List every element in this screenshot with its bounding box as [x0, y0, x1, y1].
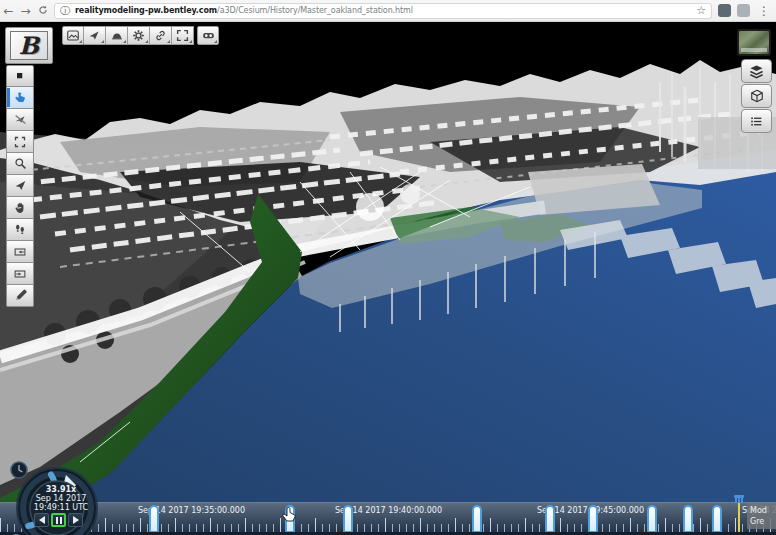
- application-window: ← → ⓘ realitymodeling-pw.bentley.com/a3D…: [0, 0, 776, 535]
- timeline-marker-pin[interactable]: [545, 505, 555, 533]
- walk-tool-button[interactable]: [6, 219, 34, 241]
- expand-view-tool-button[interactable]: [6, 131, 34, 153]
- timeline-marker-pin[interactable]: [149, 505, 159, 533]
- touch-select-tool-button[interactable]: [6, 87, 34, 109]
- left-tool-palette: [6, 65, 34, 307]
- animation-widget: 33.91x Sep 14 2017 19:49:11 UTC: [5, 452, 117, 535]
- timeline-marker-pin[interactable]: [712, 505, 722, 533]
- playback-controls: [34, 513, 83, 527]
- gear-icon: [132, 29, 145, 42]
- plane-slash-icon: [14, 113, 27, 126]
- cesium-viewport[interactable]: B: [0, 22, 776, 535]
- bentley-logo-letter: B: [19, 34, 39, 58]
- play-reverse-button[interactable]: [34, 513, 49, 527]
- slide-out-tool-button[interactable]: [6, 263, 34, 285]
- vr-goggles-icon: [201, 29, 216, 42]
- play-reverse-icon: [39, 516, 45, 524]
- timeline-needle[interactable]: [738, 503, 740, 533]
- address-bar[interactable]: ⓘ realitymodeling-pw.bentley.com/a3D/Ces…: [54, 3, 712, 19]
- expand-corners-icon: [14, 136, 26, 148]
- clipped-overlay: Mod Gre: [747, 503, 776, 529]
- clipped-overlay-line1: Mod: [750, 505, 776, 516]
- timeline-marker-pin[interactable]: [647, 505, 657, 533]
- slide-in-tool-button[interactable]: [6, 241, 34, 263]
- bentley-logo-button[interactable]: B: [5, 27, 53, 64]
- vr-mode-button[interactable]: [197, 26, 219, 45]
- fullscreen-button[interactable]: [172, 26, 194, 45]
- scene-mode-button[interactable]: [741, 84, 772, 108]
- pause-icon: [56, 517, 62, 524]
- orient-view-button[interactable]: [84, 26, 106, 45]
- timeline-marker-pin[interactable]: [683, 505, 693, 533]
- layers-icon: [749, 64, 764, 79]
- timeline-marker-pin[interactable]: [472, 505, 482, 533]
- extension-icon-2[interactable]: [737, 4, 750, 17]
- layers-button[interactable]: [741, 59, 772, 83]
- paper-plane-icon: [14, 179, 27, 192]
- imagery-capture-button[interactable]: [62, 26, 84, 45]
- right-button-stack: [741, 59, 772, 134]
- page-url: realitymodeling-pw.bentley.com/a3D/Cesiu…: [75, 6, 413, 15]
- share-link-button[interactable]: [150, 26, 172, 45]
- bentley-logo: B: [10, 31, 48, 60]
- link-icon: [154, 29, 167, 42]
- reload-icon[interactable]: [34, 0, 51, 22]
- timeline-marker-pin[interactable]: [588, 505, 598, 533]
- play-forward-button[interactable]: [68, 513, 83, 527]
- url-path: /a3D/Cesium/History/Master_oakland_stati…: [217, 6, 413, 15]
- timeline-marker-pin[interactable]: [343, 505, 353, 533]
- pause-button[interactable]: [51, 513, 66, 527]
- timeline-marker-pin[interactable]: [285, 505, 295, 533]
- play-forward-icon: [73, 516, 79, 524]
- browser-toolbar: ← → ⓘ realitymodeling-pw.bentley.com/a3D…: [0, 0, 776, 22]
- zoom-area-tool-button[interactable]: [6, 153, 34, 175]
- record-tool-button[interactable]: [6, 65, 34, 87]
- record-square-icon: [14, 70, 26, 82]
- settings-button[interactable]: [128, 26, 150, 45]
- panel-arrow-left-icon: [13, 246, 27, 258]
- list-icon: [749, 115, 764, 128]
- cube-icon: [750, 89, 764, 103]
- fly-tool-button[interactable]: [6, 109, 34, 131]
- url-domain: realitymodeling-pw.bentley.com: [75, 6, 217, 15]
- needle-handle-icon[interactable]: [733, 495, 745, 504]
- bookmark-star-icon[interactable]: ☆: [696, 4, 706, 17]
- extension-icon-1[interactable]: [718, 4, 731, 17]
- fullscreen-icon: [176, 29, 189, 42]
- measure-pen-icon: [14, 289, 27, 302]
- home-view-button[interactable]: [106, 26, 128, 45]
- browser-menu-icon[interactable]: ⋮: [758, 4, 770, 18]
- footsteps-icon: [14, 223, 26, 236]
- back-icon[interactable]: ←: [0, 0, 17, 22]
- page-info-icon[interactable]: ⓘ: [60, 4, 70, 18]
- measure-tool-button[interactable]: [6, 285, 34, 307]
- navigate-tool-button[interactable]: [6, 175, 34, 197]
- forward-icon[interactable]: →: [17, 0, 34, 22]
- touch-pointer-icon: [14, 91, 27, 105]
- list-button[interactable]: [741, 109, 772, 133]
- image-icon: [66, 29, 80, 42]
- top-toolbar: [62, 26, 219, 45]
- realtime-clock-button[interactable]: [11, 462, 27, 478]
- orient-arrow-icon: [88, 29, 101, 42]
- dome-icon: [110, 29, 124, 42]
- clipped-overlay-line2: Gre: [750, 516, 776, 527]
- base-layer-thumbnail-button[interactable]: [737, 29, 771, 56]
- hand-pan-icon: [14, 201, 27, 215]
- magnifier-icon: [14, 157, 27, 170]
- pan-tool-button[interactable]: [6, 197, 34, 219]
- panel-arrow-right-icon: [13, 268, 27, 280]
